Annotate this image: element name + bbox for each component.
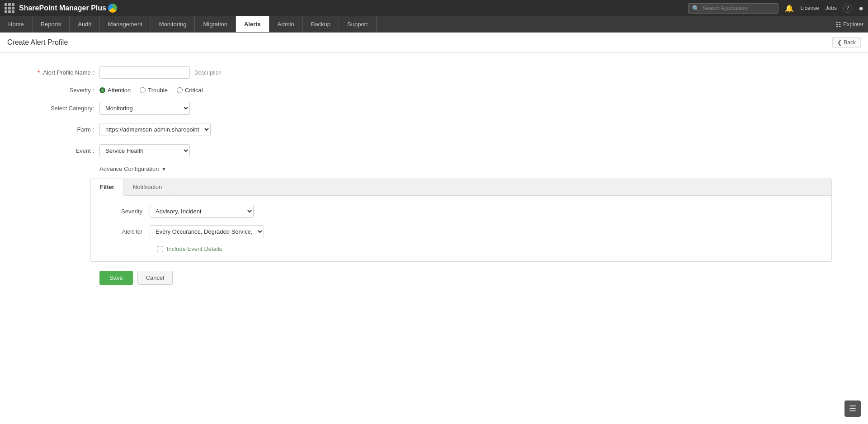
nav-reports[interactable]: Reports <box>33 16 70 32</box>
search-input[interactable] <box>702 5 774 11</box>
alert-for-select[interactable]: Every Occurance, Degraded Service, Every… <box>150 225 264 238</box>
logo-circle-icon <box>108 4 117 13</box>
logo-label: SharePoint Manager Plus <box>19 4 106 12</box>
grid-menu-icon[interactable] <box>5 3 14 13</box>
nav-backup[interactable]: Backup <box>303 16 339 32</box>
alert-for-label: Alert for <box>104 228 150 235</box>
user-icon[interactable]: ● <box>859 4 863 13</box>
nav-right: ☷ Explorer <box>835 16 868 32</box>
description-link[interactable]: Description <box>194 70 222 76</box>
nav-management[interactable]: Management <box>100 16 151 32</box>
severity-row: Severity : Attention Trouble Critical <box>18 87 850 94</box>
nav-support[interactable]: Support <box>339 16 377 32</box>
category-select[interactable]: Monitoring Administration Security <box>99 102 190 115</box>
alert-for-row: Alert for Every Occurance, Degraded Serv… <box>104 225 818 238</box>
tab-notification[interactable]: Notification <box>124 179 171 195</box>
event-row: Event : Service Health Audit Activity <box>18 144 850 157</box>
nav-monitoring[interactable]: Monitoring <box>151 16 195 32</box>
top-bar-left: SharePoint Manager Plus <box>5 3 117 13</box>
severity-filter-label: Severity <box>104 208 150 215</box>
severity-label: Severity : <box>18 87 99 94</box>
severity-trouble-label: Trouble <box>148 87 168 94</box>
app-logo: SharePoint Manager Plus <box>19 4 117 13</box>
page-title: Create Alert Profile <box>7 38 68 47</box>
config-panel-body: Severity Advisory, Incident Advisory Inc… <box>91 196 831 261</box>
category-label: Select Category: <box>18 105 99 112</box>
explorer-label: Explorer <box>843 21 863 28</box>
farm-select[interactable]: https://admpmsdn-admin.sharepoint <box>99 123 211 136</box>
tab-filter[interactable]: Filter <box>91 179 124 196</box>
event-label: Event : <box>18 147 99 154</box>
page-header: Create Alert Profile ❮ Back <box>0 33 868 53</box>
nav-audit[interactable]: Audit <box>70 16 100 32</box>
nav-admin[interactable]: Admin <box>269 16 303 32</box>
severity-trouble-radio[interactable] <box>140 87 146 93</box>
include-event-row: Include Event Details <box>157 245 818 252</box>
nav-home[interactable]: Home <box>0 16 33 32</box>
include-event-label[interactable]: Include Event Details <box>167 245 222 252</box>
alert-profile-name-label: * Alert Profile Name : <box>18 69 99 76</box>
severity-attention[interactable]: Attention <box>99 87 131 94</box>
back-label: Back <box>844 39 856 46</box>
jobs-link[interactable]: Jobs <box>826 5 837 11</box>
chat-icon[interactable]: ☰ <box>844 400 861 417</box>
explorer-grid-icon: ☷ <box>835 21 841 28</box>
farm-label: Farm : <box>18 126 99 133</box>
license-link[interactable]: License <box>800 5 819 11</box>
top-bar-right: 🔍 🔔 License Jobs ? ● <box>688 3 863 14</box>
advance-config-arrow-icon: ▼ <box>161 166 167 172</box>
required-star: * <box>38 69 40 76</box>
advance-config-row: Advance Configuration ▼ <box>99 165 850 172</box>
category-row: Select Category: Monitoring Administrati… <box>18 102 850 115</box>
nav-alerts[interactable]: Alerts <box>236 16 269 32</box>
severity-attention-radio[interactable] <box>99 87 105 93</box>
explorer-button[interactable]: ☷ Explorer <box>835 21 863 28</box>
help-icon[interactable]: ? <box>843 4 852 13</box>
nav-bar: Home Reports Audit Management Monitoring… <box>0 16 868 33</box>
severity-critical-label: Critical <box>185 87 203 94</box>
save-button[interactable]: Save <box>99 271 133 285</box>
top-bar: SharePoint Manager Plus 🔍 🔔 License Jobs… <box>0 0 868 16</box>
severity-critical-radio[interactable] <box>177 87 183 93</box>
config-panel-tabs: Filter Notification <box>91 179 831 196</box>
alert-profile-name-row: * Alert Profile Name : Description <box>18 66 850 79</box>
severity-filter-row: Severity Advisory, Incident Advisory Inc… <box>104 205 818 218</box>
advance-config-label-text: Advance Configuration <box>99 165 159 172</box>
nav-migration[interactable]: Migration <box>195 16 236 32</box>
back-button[interactable]: ❮ Back <box>832 37 861 48</box>
bell-icon[interactable]: 🔔 <box>785 4 794 13</box>
severity-filter-select[interactable]: Advisory, Incident Advisory Incident <box>150 205 254 218</box>
alert-profile-name-input[interactable] <box>99 66 190 79</box>
cancel-button[interactable]: Cancel <box>137 271 173 285</box>
severity-radio-group: Attention Trouble Critical <box>99 87 203 94</box>
button-row: Save Cancel <box>99 271 850 285</box>
back-chevron-icon: ❮ <box>837 39 842 46</box>
form-container: * Alert Profile Name : Description Sever… <box>0 53 868 424</box>
farm-row: Farm : https://admpmsdn-admin.sharepoint <box>18 123 850 136</box>
advance-config-toggle[interactable]: Advance Configuration ▼ <box>99 165 166 172</box>
severity-trouble[interactable]: Trouble <box>140 87 168 94</box>
include-event-checkbox[interactable] <box>157 246 163 252</box>
severity-critical[interactable]: Critical <box>177 87 203 94</box>
search-box[interactable]: 🔍 <box>688 3 778 14</box>
event-select[interactable]: Service Health Audit Activity <box>99 144 190 157</box>
config-panel: Filter Notification Severity Advisory, I… <box>90 179 832 262</box>
severity-attention-label: Attention <box>108 87 131 94</box>
